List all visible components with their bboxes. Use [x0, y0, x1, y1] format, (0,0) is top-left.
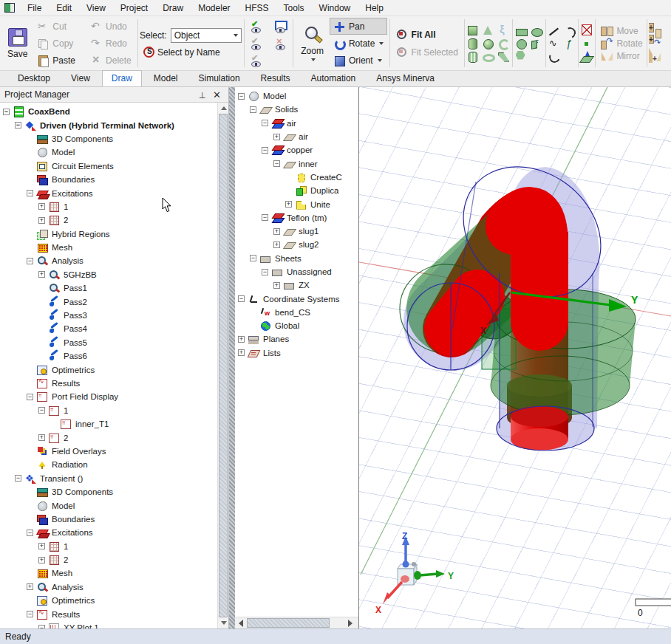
mirror-button[interactable]: Mirror — [597, 49, 646, 62]
tree-item-2[interactable]: +2 — [0, 553, 217, 566]
show-selected-button[interactable] — [246, 35, 266, 52]
tab-model[interactable]: Model — [145, 71, 187, 86]
expander-plus-icon[interactable]: + — [27, 583, 33, 590]
expander-minus-icon[interactable]: − — [38, 407, 45, 414]
tree-item-createc[interactable]: CreateC — [235, 171, 358, 184]
tree-item-2[interactable]: +2 — [0, 213, 217, 227]
tree-item-transient[interactable]: −Transient () — [0, 472, 217, 485]
visibility-window-button[interactable] — [270, 18, 290, 35]
expander-minus-icon[interactable]: − — [15, 475, 21, 482]
show-visible-button[interactable] — [246, 18, 266, 35]
draw-3point-arc-button[interactable] — [548, 49, 560, 61]
expander-minus-icon[interactable]: − — [238, 295, 245, 302]
tree-item-mesh[interactable]: Mesh — [0, 241, 217, 254]
tree-item-pass6[interactable]: Pass6 — [0, 349, 217, 363]
tree-item-analysis[interactable]: −Analysis — [0, 254, 217, 267]
draw-regular-polygon-button[interactable] — [515, 49, 528, 61]
menu-help[interactable]: Help — [358, 1, 390, 15]
expander-plus-icon[interactable]: + — [38, 217, 45, 224]
tree-item-inner-t1[interactable]: inner_T1 — [0, 417, 217, 431]
menu-tools[interactable]: Tools — [277, 1, 311, 15]
tree-item-optimetrics[interactable]: Optimetrics — [0, 363, 217, 376]
select-mode-dropdown[interactable]: Object — [171, 28, 242, 43]
tree-item-boundaries[interactable]: Boundaries — [0, 513, 217, 526]
tree-item-pass4[interactable]: Pass4 — [0, 322, 217, 335]
3d-viewport[interactable]: Y X Z Y X — [359, 87, 671, 628]
project-tree-scrollbar[interactable] — [217, 103, 228, 628]
draw-torus-button[interactable] — [482, 51, 494, 63]
duplicate-mirror-button[interactable] — [649, 51, 661, 63]
draw-spiral-button[interactable] — [497, 38, 510, 49]
tree-item-mesh[interactable]: Mesh — [0, 566, 217, 580]
tree-item-analysis[interactable]: +Analysis — [0, 580, 217, 594]
tree-item-zx[interactable]: +ZX — [235, 278, 358, 292]
tree-item-xy-plot-1[interactable]: −XY Plot 1 — [0, 621, 217, 628]
pan-button[interactable]: Pan — [330, 18, 387, 35]
tree-item-teflon-tm[interactable]: −Teflon (tm) — [235, 211, 358, 225]
draw-cylinder-button[interactable] — [466, 38, 479, 49]
orient-button[interactable]: Orient — [330, 52, 387, 69]
panel-splitter[interactable] — [229, 87, 235, 628]
hide-selected-button[interactable] — [270, 35, 290, 52]
expander-plus-icon[interactable]: + — [38, 203, 45, 210]
tree-item-coordinate-systems[interactable]: −Coordinate Systems — [235, 292, 358, 305]
expander-minus-icon[interactable]: − — [15, 122, 21, 129]
tree-item-model[interactable]: Model — [0, 499, 217, 512]
tree-item-solids[interactable]: −Solids — [235, 103, 358, 116]
fit-all-button[interactable]: Fit All — [392, 28, 462, 41]
expander-minus-icon[interactable]: − — [27, 190, 33, 196]
draw-line-button[interactable] — [548, 26, 560, 38]
rotate-transform-button[interactable]: Rotate — [597, 37, 646, 49]
expander-minus-icon[interactable]: − — [238, 93, 245, 100]
tree-item-circuit-elements[interactable]: Circuit Elements — [0, 160, 217, 173]
tree-item-inner[interactable]: −inner — [235, 157, 358, 170]
tree-item-boundaries[interactable]: Boundaries — [0, 173, 217, 186]
tab-automation[interactable]: Automation — [302, 71, 365, 86]
draw-cone-button[interactable] — [482, 24, 494, 36]
tree-item-pass5[interactable]: Pass5 — [0, 336, 217, 349]
draw-equation-surface-button[interactable] — [531, 38, 543, 49]
delete-button[interactable]: Delete — [86, 52, 135, 69]
expander-minus-icon[interactable]: − — [262, 147, 268, 154]
draw-sphere-button[interactable] — [482, 38, 494, 49]
expander-plus-icon[interactable]: + — [273, 242, 280, 248]
pin-icon[interactable]: ⊤ — [194, 90, 211, 100]
tree-item-model[interactable]: −Model — [235, 89, 358, 103]
tree-item-pass1[interactable]: Pass1 — [0, 281, 217, 295]
close-icon[interactable]: ✕ — [210, 89, 224, 100]
menu-file[interactable]: File — [21, 1, 48, 15]
draw-box-button[interactable] — [466, 24, 479, 36]
tree-item-sheets[interactable]: −Sheets — [235, 252, 358, 265]
tree-item-slug2[interactable]: +slug2 — [235, 238, 358, 251]
tree-item-2[interactable]: +2 — [0, 431, 217, 444]
tree-item-air[interactable]: −air — [235, 117, 358, 130]
menu-window[interactable]: Window — [313, 1, 358, 15]
menu-project[interactable]: Project — [114, 1, 154, 15]
tab-simulation[interactable]: Simulation — [190, 71, 249, 86]
tree-item-duplica[interactable]: Duplica — [235, 184, 358, 197]
tree-item-1[interactable]: +1 — [0, 200, 217, 213]
draw-point-button[interactable] — [580, 38, 593, 49]
select-by-name-button[interactable]: Select by Name — [140, 46, 242, 59]
model-tree-hscrollbar[interactable] — [235, 617, 358, 628]
tree-item-port-field-display[interactable]: −Port Field Display — [0, 390, 217, 403]
tree-item-driven-hybrid-terminal-network[interactable]: −Driven (Hybrid Terminal Network) — [0, 118, 217, 131]
move-button[interactable]: Move — [597, 24, 646, 37]
expander-minus-icon[interactable]: − — [27, 258, 33, 264]
expander-plus-icon[interactable]: + — [273, 282, 280, 289]
scroll-left-icon[interactable] — [236, 619, 246, 628]
tree-item-model[interactable]: Model — [0, 145, 217, 159]
scrollbar-thumb[interactable] — [219, 114, 228, 617]
expander-minus-icon[interactable]: − — [27, 611, 33, 617]
tree-item-optimetrics[interactable]: Optimetrics — [0, 594, 217, 607]
tab-desktop[interactable]: Desktop — [9, 71, 59, 86]
tree-item-bend-cs[interactable]: bend_CS — [235, 306, 358, 319]
expander-minus-icon[interactable]: − — [262, 214, 268, 221]
tree-item-coaxbend[interactable]: −CoaxBend — [0, 105, 217, 118]
paste-button[interactable]: Paste — [33, 52, 79, 69]
menu-edit[interactable]: Edit — [50, 1, 78, 15]
tree-item-air[interactable]: +air — [235, 130, 358, 143]
expander-minus-icon[interactable]: − — [273, 160, 280, 167]
expander-minus-icon[interactable]: − — [38, 625, 45, 628]
expander-minus-icon[interactable]: − — [262, 120, 268, 126]
